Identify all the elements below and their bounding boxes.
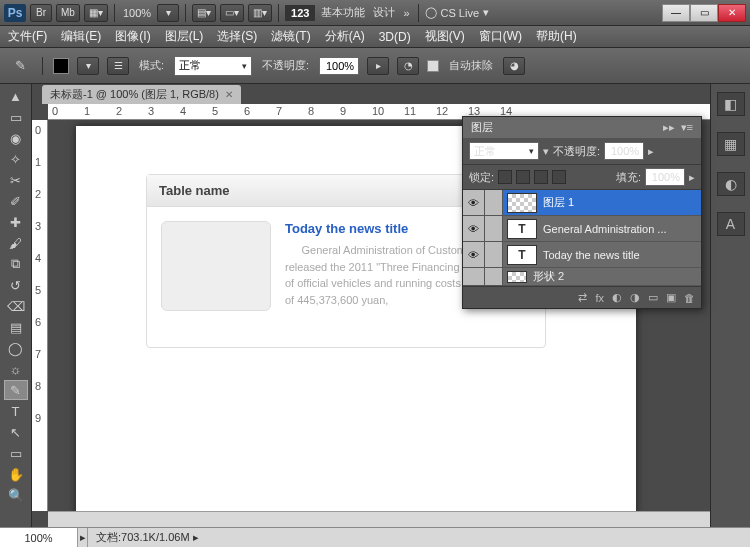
zoom-display[interactable]: 100%	[121, 7, 153, 19]
zoom-tool[interactable]: 🔍	[4, 485, 28, 505]
group-icon[interactable]: ▭	[648, 291, 658, 304]
marquee-tool[interactable]: ▭	[4, 107, 28, 127]
menu-filter[interactable]: 滤镜(T)	[271, 28, 310, 45]
window-maximize-button[interactable]: ▭	[690, 4, 718, 22]
pencil-tool[interactable]: ✎	[4, 380, 28, 400]
layer-row[interactable]: 👁 T Today the news title	[463, 242, 701, 268]
close-tab-icon[interactable]: ✕	[225, 89, 233, 100]
screen-mode-button[interactable]: ▥▾	[248, 4, 272, 22]
brush-preview[interactable]	[53, 58, 69, 74]
menu-layer[interactable]: 图层(L)	[165, 28, 204, 45]
blur-tool[interactable]: ◯	[4, 338, 28, 358]
layer-name[interactable]: 形状 2	[531, 269, 701, 284]
current-tool-icon[interactable]: ✎	[8, 56, 32, 76]
eraser-tool[interactable]: ⌫	[4, 296, 28, 316]
fill-input[interactable]: 100%	[645, 168, 685, 186]
crop-tool[interactable]: ✂	[4, 170, 28, 190]
brush-panel-toggle[interactable]: ☰	[107, 57, 129, 75]
trash-icon[interactable]: 🗑	[684, 292, 695, 304]
adjustments-panel-icon[interactable]: ◐	[717, 172, 745, 196]
lock-transparency-icon[interactable]	[498, 170, 512, 184]
new-layer-icon[interactable]: ▣	[666, 291, 676, 304]
blend-mode-combo[interactable]: 正常	[174, 56, 252, 76]
stamp-tool[interactable]: ⧉	[4, 254, 28, 274]
arrange-button-2[interactable]: ▭▾	[220, 4, 244, 22]
lock-all-icon[interactable]	[552, 170, 566, 184]
tablet-pressure-opacity[interactable]: ◔	[397, 57, 419, 75]
lock-pixels-icon[interactable]	[516, 170, 530, 184]
character-panel-icon[interactable]: A	[717, 212, 745, 236]
link-layers-icon[interactable]: ⇄	[578, 291, 587, 304]
workspace-basic[interactable]: 基本功能	[319, 5, 367, 20]
panel-collapse-icon[interactable]: ▸▸	[663, 121, 675, 134]
lasso-tool[interactable]: ◉	[4, 128, 28, 148]
layer-name[interactable]: General Administration ...	[541, 223, 701, 235]
type-tool[interactable]: T	[4, 401, 28, 421]
swatches-panel-icon[interactable]: ▦	[717, 132, 745, 156]
mask-icon[interactable]: ◐	[612, 291, 622, 304]
move-tool[interactable]: ▲	[4, 86, 28, 106]
workspace-design[interactable]: 设计	[371, 5, 397, 20]
vertical-ruler[interactable]: 0123456789	[32, 120, 48, 511]
menu-select[interactable]: 选择(S)	[217, 28, 257, 45]
tablet-pressure-size[interactable]: ◕	[503, 57, 525, 75]
visibility-icon[interactable]: 👁	[463, 190, 485, 215]
menu-analysis[interactable]: 分析(A)	[325, 28, 365, 45]
zoom-dropdown[interactable]: ▾	[157, 4, 179, 22]
visibility-icon[interactable]: 👁	[463, 242, 485, 267]
horizontal-scrollbar[interactable]	[48, 511, 710, 527]
adjustment-layer-icon[interactable]: ◑	[630, 291, 640, 304]
panel-menu-icon[interactable]: ▾≡	[681, 121, 693, 134]
menu-image[interactable]: 图像(I)	[115, 28, 150, 45]
layer-thumb[interactable]	[507, 193, 537, 213]
wand-tool[interactable]: ✧	[4, 149, 28, 169]
layer-row[interactable]: 👁 图层 1	[463, 190, 701, 216]
layers-panel[interactable]: 图层 ▸▸▾≡ 正常 ▾ 不透明度: 100% ▸ 锁定: 填充: 100% ▸…	[462, 116, 702, 309]
history-brush-tool[interactable]: ↺	[4, 275, 28, 295]
view-extras-button[interactable]: ▦▾	[84, 4, 108, 22]
menu-edit[interactable]: 编辑(E)	[61, 28, 101, 45]
layer-opacity-input[interactable]: 100%	[604, 142, 644, 160]
fx-icon[interactable]: fx	[595, 292, 604, 304]
dodge-tool[interactable]: ☼	[4, 359, 28, 379]
menu-file[interactable]: 文件(F)	[8, 28, 47, 45]
layers-panel-header[interactable]: 图层 ▸▸▾≡	[463, 117, 701, 138]
lock-position-icon[interactable]	[534, 170, 548, 184]
cslive-button[interactable]: ◯ CS Live ▾	[425, 6, 490, 19]
brush-tool[interactable]: 🖌	[4, 233, 28, 253]
arrange-button-1[interactable]: ▤▾	[192, 4, 216, 22]
visibility-icon[interactable]: 👁	[463, 216, 485, 241]
menu-3d[interactable]: 3D(D)	[379, 30, 411, 44]
workspace-more[interactable]: »	[401, 7, 411, 19]
menu-view[interactable]: 视图(V)	[425, 28, 465, 45]
visibility-icon[interactable]	[463, 268, 485, 285]
gradient-tool[interactable]: ▤	[4, 317, 28, 337]
hand-tool[interactable]: ✋	[4, 464, 28, 484]
window-minimize-button[interactable]: —	[662, 4, 690, 22]
bridge-button[interactable]: Br	[30, 4, 52, 22]
menu-help[interactable]: 帮助(H)	[536, 28, 577, 45]
status-zoom[interactable]: 100%	[0, 528, 78, 547]
window-close-button[interactable]: ✕	[718, 4, 746, 22]
layer-thumb[interactable]	[507, 271, 527, 283]
layer-row[interactable]: 形状 2	[463, 268, 701, 286]
eyedropper-tool[interactable]: ✐	[4, 191, 28, 211]
opacity-flyout[interactable]: ▸	[367, 57, 389, 75]
layer-blend-combo[interactable]: 正常	[469, 142, 539, 160]
layer-name[interactable]: 图层 1	[541, 195, 701, 210]
color-panel-icon[interactable]: ◧	[717, 92, 745, 116]
status-doc[interactable]: 文档:703.1K/1.06M ▸	[88, 530, 207, 545]
layer-row[interactable]: 👁 T General Administration ...	[463, 216, 701, 242]
menu-window[interactable]: 窗口(W)	[479, 28, 522, 45]
layer-name[interactable]: Today the news title	[541, 249, 701, 261]
path-tool[interactable]: ↖	[4, 422, 28, 442]
opacity-input[interactable]: 100%	[319, 57, 359, 75]
status-flyout[interactable]: ▸	[78, 528, 88, 547]
layer-thumb-text[interactable]: T	[507, 219, 537, 239]
brush-preset-picker[interactable]: ▾	[77, 57, 99, 75]
shape-tool[interactable]: ▭	[4, 443, 28, 463]
document-tab[interactable]: 未标题-1 @ 100% (图层 1, RGB/8) ✕	[42, 85, 241, 104]
heal-tool[interactable]: ✚	[4, 212, 28, 232]
minibridge-button[interactable]: Mb	[56, 4, 80, 22]
auto-erase-checkbox[interactable]	[427, 60, 439, 72]
